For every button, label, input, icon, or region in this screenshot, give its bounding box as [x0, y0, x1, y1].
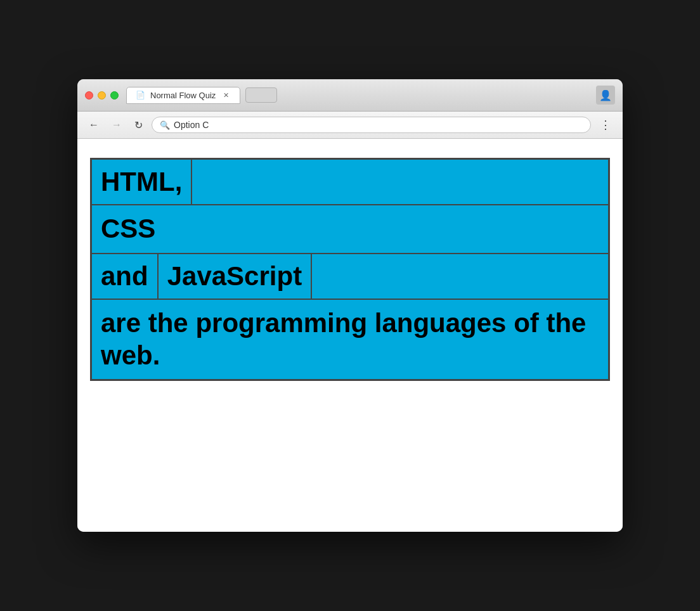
- css-block: CSS: [92, 205, 608, 252]
- tab-doc-icon: 📄: [136, 91, 145, 100]
- and-inline: and: [92, 254, 159, 299]
- reload-button[interactable]: ↻: [131, 118, 146, 132]
- tab-close-button[interactable]: ✕: [221, 91, 231, 100]
- active-tab[interactable]: 📄 Normal Flow Quiz ✕: [126, 87, 240, 104]
- js-inline-filler: [312, 254, 608, 299]
- demo-container: HTML, CSS and JavaScript are the program…: [90, 158, 610, 381]
- address-input[interactable]: [174, 120, 583, 130]
- block-row-1: HTML,: [92, 160, 608, 205]
- block-row-3: and JavaScript: [92, 254, 608, 300]
- nav-bar: ← → ↻ 🔍 ⋮: [77, 112, 623, 139]
- minimize-button[interactable]: [98, 91, 106, 100]
- browser-window: 📄 Normal Flow Quiz ✕ 👤 ← → ↻ 🔍 ⋮ HTML,: [77, 79, 623, 532]
- page-content: HTML, CSS and JavaScript are the program…: [77, 139, 623, 532]
- block-row-4: are the programming languages of the web…: [92, 300, 608, 379]
- back-button[interactable]: ←: [85, 118, 103, 132]
- search-icon: 🔍: [160, 120, 170, 130]
- menu-button[interactable]: ⋮: [596, 117, 615, 133]
- tab-bar: 📄 Normal Flow Quiz ✕: [126, 87, 588, 104]
- profile-button[interactable]: 👤: [596, 86, 615, 105]
- title-bar: 📄 Normal Flow Quiz ✕ 👤: [77, 79, 623, 112]
- block-row-2: CSS: [92, 205, 608, 254]
- html-inline-filler: [192, 160, 608, 204]
- description-block: are the programming languages of the web…: [92, 300, 608, 379]
- new-tab-button[interactable]: [245, 87, 277, 103]
- forward-button[interactable]: →: [108, 118, 126, 132]
- address-bar[interactable]: 🔍: [152, 117, 591, 133]
- maximize-button[interactable]: [110, 91, 119, 100]
- traffic-lights: [85, 91, 119, 100]
- close-button[interactable]: [85, 91, 93, 100]
- profile-icon: 👤: [599, 89, 612, 101]
- javascript-inline: JavaScript: [159, 254, 312, 299]
- html-inline: HTML,: [92, 160, 192, 204]
- tab-title: Normal Flow Quiz: [150, 91, 216, 100]
